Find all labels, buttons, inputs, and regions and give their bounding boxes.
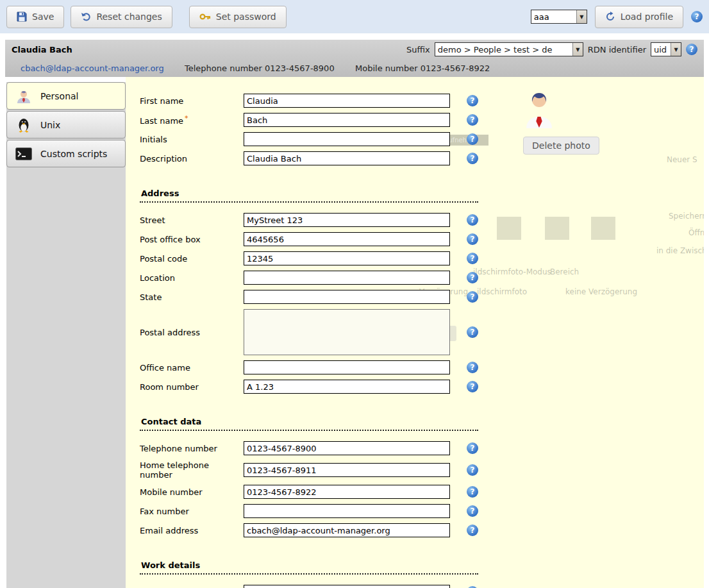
form-row-street: Street xyxy=(140,213,485,227)
save-button-label: Save xyxy=(32,12,54,22)
toolbar: Save Reset changes Set password aaa Load… xyxy=(0,0,709,33)
header-telephone-text: Telephone number 0123-4567-8900 xyxy=(185,63,355,73)
person-icon xyxy=(15,88,33,104)
help-icon[interactable] xyxy=(467,464,478,476)
refresh-icon xyxy=(605,12,615,22)
personal-form: First name Last name* Initials Descripti… xyxy=(126,77,485,588)
tab-custom-scripts-label: Custom scripts xyxy=(40,149,107,159)
description-input[interactable] xyxy=(244,151,450,165)
help-icon[interactable] xyxy=(467,253,478,264)
initials-input[interactable] xyxy=(244,132,450,146)
last-name-input[interactable] xyxy=(244,113,450,127)
ghost-text: Speichern xyxy=(669,212,704,221)
help-icon[interactable] xyxy=(467,362,478,373)
field-label: First name xyxy=(140,96,244,106)
location-input[interactable] xyxy=(244,271,450,285)
field-label: Post office box xyxy=(140,235,244,244)
first-name-input[interactable] xyxy=(244,94,450,108)
save-icon xyxy=(17,12,27,22)
help-icon[interactable] xyxy=(467,95,478,106)
help-icon[interactable] xyxy=(467,272,478,283)
section-header-contact-data: Contact data xyxy=(140,416,478,431)
fax-number-input[interactable] xyxy=(244,504,450,518)
lam-account-edit-page: Save Reset changes Set password aaa Load… xyxy=(0,0,709,588)
toolbar-right-group: aaa Load profile xyxy=(531,6,703,28)
chevron-down-icon xyxy=(576,10,587,23)
job-title-input[interactable] xyxy=(244,585,450,588)
help-icon[interactable] xyxy=(691,11,703,22)
suffix-label: Suffix xyxy=(406,45,430,55)
telephone-number-input[interactable] xyxy=(244,441,450,455)
load-profile-button[interactable]: Load profile xyxy=(595,6,683,28)
reset-changes-button-label: Reset changes xyxy=(96,12,162,22)
profile-select[interactable]: aaa xyxy=(531,10,587,24)
mobile-number-input[interactable] xyxy=(244,485,450,499)
key-icon xyxy=(199,12,211,21)
postal-code-input[interactable] xyxy=(244,251,450,265)
form-row-post-office-box: Post office box xyxy=(140,232,485,246)
tab-unix[interactable]: Unix xyxy=(6,111,126,139)
ghost-text: in die Zwischena xyxy=(656,246,704,255)
field-label: Initials xyxy=(140,135,244,144)
help-icon[interactable] xyxy=(467,233,478,245)
form-row-last-name: Last name* xyxy=(140,113,485,127)
tab-unix-label: Unix xyxy=(40,120,60,130)
field-label: Home telephone number xyxy=(140,460,244,480)
form-row-state: State xyxy=(140,290,485,304)
street-input[interactable] xyxy=(244,213,450,227)
suffix-select[interactable]: demo > People > test > de xyxy=(435,42,583,56)
form-row-home-telephone: Home telephone number xyxy=(140,460,485,480)
field-label: Fax number xyxy=(140,507,244,516)
field-label: Email address xyxy=(140,526,244,535)
chevron-down-icon xyxy=(671,43,681,56)
form-row-location: Location xyxy=(140,271,485,285)
help-icon[interactable] xyxy=(467,214,478,226)
ghost-thumbnail xyxy=(591,217,615,240)
postal-address-textarea[interactable] xyxy=(244,309,450,355)
form-row-fax: Fax number xyxy=(140,504,485,518)
set-password-button[interactable]: Set password xyxy=(189,6,287,28)
field-label: Postal code xyxy=(140,254,244,264)
account-header-row1: Claudia Bach Suffix demo > People > test… xyxy=(5,40,704,59)
help-icon[interactable] xyxy=(467,291,478,303)
field-label: Description xyxy=(140,154,244,164)
state-input[interactable] xyxy=(244,290,450,304)
field-label-text: Last name xyxy=(140,116,183,126)
help-icon[interactable] xyxy=(467,326,478,338)
load-profile-button-label: Load profile xyxy=(621,12,673,22)
help-icon[interactable] xyxy=(467,381,478,392)
delete-photo-button[interactable]: Delete photo xyxy=(523,137,599,155)
tab-custom-scripts[interactable]: Custom scripts xyxy=(6,140,126,167)
reset-changes-button[interactable]: Reset changes xyxy=(71,6,172,28)
email-link[interactable]: cbach@ldap-account-manager.org xyxy=(21,63,185,73)
form-row-description: Description xyxy=(140,151,485,165)
tab-personal-label: Personal xyxy=(40,91,79,101)
form-row-initials: Initials xyxy=(140,132,485,146)
office-name-input[interactable] xyxy=(244,360,450,374)
save-button[interactable]: Save xyxy=(6,6,64,28)
help-icon[interactable] xyxy=(467,442,478,454)
field-label: State xyxy=(140,292,244,302)
help-icon[interactable] xyxy=(467,525,478,536)
account-header-row2: cbach@ldap-account-manager.org Telephone… xyxy=(5,59,704,77)
post-office-box-input[interactable] xyxy=(244,232,450,246)
room-number-input[interactable] xyxy=(244,380,450,394)
email-address-input[interactable] xyxy=(244,523,450,537)
help-icon[interactable] xyxy=(467,153,478,164)
profile-select-value: aaa xyxy=(531,10,576,23)
form-row-postal-code: Postal code xyxy=(140,251,485,265)
ghost-text: keine Verzögerung xyxy=(565,287,637,296)
field-label: Postal address xyxy=(140,328,244,337)
help-icon[interactable] xyxy=(467,505,478,517)
help-icon[interactable] xyxy=(467,486,478,498)
help-icon[interactable] xyxy=(467,133,478,145)
tab-personal[interactable]: Personal xyxy=(6,82,126,110)
help-icon[interactable] xyxy=(467,114,478,126)
ghost-thumbnail xyxy=(497,217,521,240)
ghost-text: Neuer S xyxy=(667,155,697,164)
home-telephone-number-input[interactable] xyxy=(244,463,450,477)
rdn-identifier-select[interactable]: uid xyxy=(651,42,681,56)
help-icon[interactable] xyxy=(686,44,697,55)
sidebar: Personal Unix Custom scripts xyxy=(6,82,126,588)
field-label: Mobile number xyxy=(140,487,244,497)
